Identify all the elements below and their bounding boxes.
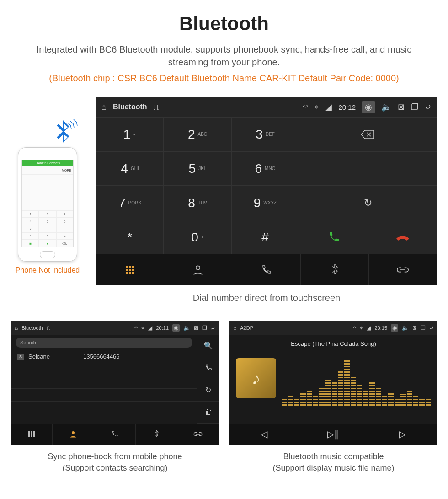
- backspace-button[interactable]: [299, 117, 437, 151]
- status-bar: ⌂ Bluetooth ⎍ ⌔ ⌖ ◢ 20:11 ◉ 🔈 ⊠ ❐ ⤾: [11, 321, 219, 335]
- nav-bluetooth-icon[interactable]: [136, 424, 177, 445]
- phone-mockup: ⟩⟩⟩ Add to Contacts MORE 123 456 789 *0#…: [11, 129, 84, 274]
- contact-row[interactable]: S Seicane 13566664466: [11, 350, 197, 363]
- wifi-icon: ◢: [367, 325, 371, 331]
- location-icon: ⌖: [360, 325, 363, 331]
- search-input[interactable]: Search: [16, 338, 192, 348]
- phone-home-button: [40, 251, 55, 258]
- album-art-icon: ♪: [236, 358, 276, 398]
- redial-button[interactable]: ↻: [299, 186, 437, 220]
- volume-icon[interactable]: 🔈: [183, 325, 190, 331]
- contact-row-empty: [11, 363, 197, 376]
- key-#[interactable]: #: [231, 220, 299, 254]
- key-7[interactable]: 7PQRS: [96, 186, 164, 220]
- screenshot-icon[interactable]: ◉: [172, 324, 180, 332]
- phone-header-label: Add to Contacts: [37, 161, 60, 165]
- location-icon: ⌖: [141, 325, 144, 331]
- key-9[interactable]: 9WXYZ: [231, 186, 299, 220]
- volume-icon[interactable]: 🔈: [381, 102, 391, 112]
- nav-pair-icon[interactable]: [369, 254, 437, 285]
- bluetooth-status-icon: ⌔: [303, 102, 308, 112]
- clock: 20:11: [156, 325, 169, 331]
- screenshot-icon[interactable]: ◉: [391, 324, 398, 332]
- next-track-button[interactable]: ▷: [368, 424, 437, 445]
- key-0[interactable]: 0+: [164, 220, 231, 254]
- svg-point-1: [72, 431, 75, 434]
- location-icon: ⌖: [315, 102, 319, 112]
- key-4[interactable]: 4GHI: [96, 151, 164, 186]
- volume-icon[interactable]: 🔈: [402, 325, 409, 331]
- key-*[interactable]: *: [96, 220, 164, 254]
- nav-bluetooth-icon[interactable]: [301, 254, 369, 285]
- app-name: Bluetooth: [21, 325, 43, 331]
- key-8[interactable]: 8TUV: [164, 186, 231, 220]
- recent-apps-icon[interactable]: ❐: [202, 325, 207, 331]
- side-search-icon[interactable]: 🔍: [197, 335, 219, 357]
- headunit-dialer: ⌂ Bluetooth ⎍ ⌔ ⌖ ◢ 20:12 ◉ 🔈 ⊠ ❐ ⤾ 1∞2A…: [96, 97, 437, 285]
- nav-pair-icon[interactable]: [177, 424, 219, 445]
- hangup-button[interactable]: [368, 220, 437, 254]
- usb-icon: ⎍: [154, 102, 159, 112]
- phonebook-caption: Sync phone-book from mobile phone(Suppor…: [11, 451, 219, 474]
- headunit-music: ⌂ A2DP ⌔ ⌖ ◢ 20:15 ◉ 🔈 ⊠ ❐ ⤾ Escape (The…: [229, 321, 437, 445]
- close-icon[interactable]: ⊠: [398, 102, 405, 112]
- phone-caption: Phone Not Included: [11, 266, 84, 274]
- home-icon[interactable]: ⌂: [233, 325, 236, 331]
- back-icon[interactable]: ⤾: [211, 325, 215, 331]
- nav-keypad-icon[interactable]: [11, 424, 53, 445]
- nav-contacts-icon[interactable]: [164, 254, 232, 285]
- prev-track-button[interactable]: ◁: [229, 424, 299, 445]
- status-bar: ⌂ A2DP ⌔ ⌖ ◢ 20:15 ◉ 🔈 ⊠ ❐ ⤾: [229, 321, 437, 335]
- usb-icon: ⎍: [47, 325, 50, 331]
- home-icon[interactable]: ⌂: [101, 102, 107, 112]
- nav-recent-icon[interactable]: [232, 254, 300, 285]
- page-subtitle: Integrated with BC6 Bluetooth module, su…: [0, 43, 448, 69]
- contact-row-empty: [11, 389, 197, 402]
- key-2[interactable]: 2ABC: [164, 117, 231, 151]
- nav-recent-icon[interactable]: [94, 424, 136, 445]
- main-caption: Dial number direct from touchscreen: [96, 293, 437, 303]
- contact-row-empty: [11, 402, 197, 414]
- back-icon[interactable]: ⤾: [429, 325, 434, 331]
- page-spec: (Bluetooth chip : CSR BC6 Default Blueto…: [0, 73, 448, 84]
- app-name: Bluetooth: [113, 103, 147, 111]
- side-delete-icon[interactable]: 🗑: [197, 402, 219, 424]
- contact-number: 13566664466: [83, 353, 120, 360]
- wifi-icon: ◢: [325, 102, 332, 112]
- empty-cell: [299, 151, 437, 186]
- screenshot-icon[interactable]: ◉: [362, 101, 375, 113]
- side-call-icon[interactable]: [197, 357, 219, 380]
- back-icon[interactable]: ⤾: [425, 102, 432, 112]
- key-1[interactable]: 1∞: [96, 117, 164, 151]
- recent-apps-icon[interactable]: ❐: [411, 102, 418, 112]
- key-5[interactable]: 5JKL: [164, 151, 231, 186]
- music-caption: Bluetooth music compatible(Support displ…: [229, 451, 437, 474]
- key-6[interactable]: 6MNO: [231, 151, 299, 186]
- track-title: Escape (The Pina Colada Song): [236, 340, 431, 347]
- page-title: Bluetooth: [0, 0, 448, 35]
- home-icon[interactable]: ⌂: [15, 325, 18, 331]
- bluetooth-status-icon: ⌔: [134, 325, 138, 331]
- close-icon[interactable]: ⊠: [412, 325, 417, 331]
- clock: 20:12: [338, 103, 356, 111]
- recent-apps-icon[interactable]: ❐: [421, 325, 426, 331]
- close-icon[interactable]: ⊠: [194, 325, 198, 331]
- play-pause-button[interactable]: ▷∥: [299, 424, 368, 445]
- contact-name: Seicane: [28, 353, 79, 360]
- status-bar: ⌂ Bluetooth ⎍ ⌔ ⌖ ◢ 20:12 ◉ 🔈 ⊠ ❐ ⤾: [96, 97, 437, 117]
- bluetooth-status-icon: ⌔: [353, 325, 356, 331]
- phone-more-label: MORE: [62, 166, 71, 174]
- contact-row-empty: [11, 376, 197, 389]
- side-sync-icon[interactable]: ↻: [197, 379, 219, 402]
- nav-contacts-icon[interactable]: [53, 424, 94, 445]
- nav-keypad-icon[interactable]: [96, 254, 164, 285]
- key-3[interactable]: 3DEF: [231, 117, 299, 151]
- app-name: A2DP: [240, 325, 253, 331]
- visualizer: [282, 355, 431, 406]
- clock: 20:15: [374, 325, 387, 331]
- wifi-icon: ◢: [148, 325, 152, 331]
- contact-initial-badge: S: [17, 354, 24, 360]
- call-button[interactable]: [299, 220, 368, 254]
- svg-point-0: [196, 266, 200, 270]
- headunit-phonebook: ⌂ Bluetooth ⎍ ⌔ ⌖ ◢ 20:11 ◉ 🔈 ⊠ ❐ ⤾ Sear…: [11, 321, 219, 445]
